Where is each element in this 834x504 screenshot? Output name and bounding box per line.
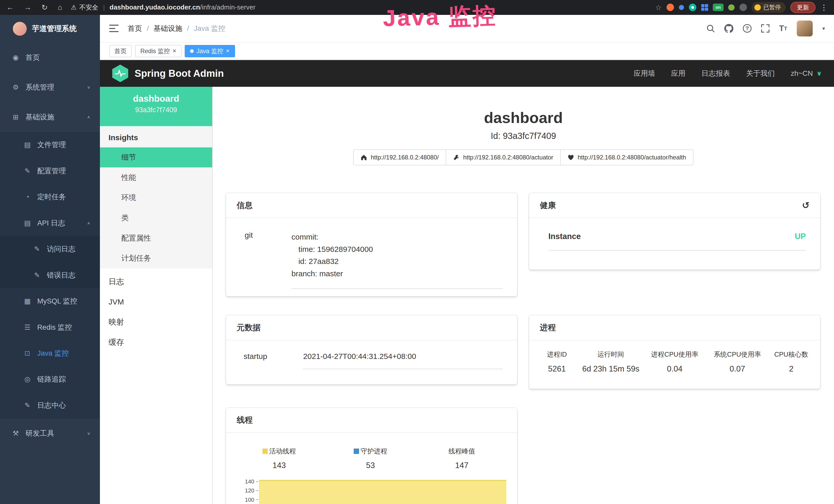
user-avatar[interactable] [797, 21, 813, 37]
close-icon[interactable]: × [173, 48, 176, 54]
sba-nav-applications[interactable]: 应用 [671, 69, 685, 78]
extension-icon-on-badge[interactable]: on [713, 4, 723, 11]
close-icon[interactable]: × [226, 48, 230, 54]
process-card-header: 进程 [529, 315, 820, 340]
file-icon: ▤ [23, 141, 31, 149]
annotation-text: Java 监控 [382, 0, 497, 34]
locale-selector[interactable]: zh~CN ∨ [791, 69, 822, 77]
extension-icon-dark[interactable] [740, 4, 747, 11]
menu-item-classes[interactable]: 类 [100, 208, 212, 228]
paused-badge[interactable]: 已暂停 [751, 2, 786, 13]
breadcrumb-home[interactable]: 首页 [128, 24, 142, 33]
sidebar-item-error-logs[interactable]: ✎ 错误日志 [0, 262, 100, 288]
chevron-up-icon: ∧ [87, 115, 90, 119]
sba-nav-journal[interactable]: 日志报表 [701, 69, 730, 78]
app-logo[interactable]: 芋道管理系统 [0, 15, 100, 43]
help-icon[interactable]: ? [743, 24, 751, 32]
sidebar-item-redis-monitor[interactable]: ☰ Redis 监控 [0, 314, 100, 340]
extension-icon-blue-drop[interactable] [679, 5, 684, 10]
instance-details: dashboard Id: 93a3fc7f7409 http://192.16… [213, 87, 834, 504]
extension-icon-green[interactable] [728, 4, 734, 11]
tab-redis-monitor[interactable]: Redis 监控 × [135, 45, 182, 57]
health-row[interactable]: Instance UP [548, 232, 806, 251]
app: 芋道管理系统 ◉ 首页 ⚙ 系统管理 ∨ ⊞ 基础设施 ∧ ▤ 文件管理 ✎ [0, 15, 834, 504]
sidebar-item-file-management[interactable]: ▤ 文件管理 [0, 132, 100, 158]
tab-java-monitor[interactable]: Java 监控 × [185, 45, 235, 57]
wrench-icon [453, 154, 460, 161]
sidebar-item-infrastructure[interactable]: ⊞ 基础设施 ∧ [0, 102, 100, 132]
sidebar-item-access-logs[interactable]: ✎ 访问日志 [0, 236, 100, 262]
insights-label[interactable]: Insights [100, 128, 212, 147]
browser-home-icon[interactable]: ⌂ [58, 3, 62, 12]
reload-icon[interactable]: ↻ [42, 3, 48, 12]
sidebar-item-scheduled-tasks[interactable]: ◔ 定时任务 [0, 184, 100, 210]
fullscreen-icon[interactable] [761, 24, 770, 32]
sidebar-item-config-management[interactable]: ✎ 配置管理 [0, 158, 100, 184]
bookmark-star-icon[interactable]: ☆ [655, 3, 662, 12]
menu-item-metrics[interactable]: 性能 [100, 167, 212, 188]
menu-item-config-props[interactable]: 配置属性 [100, 228, 212, 248]
tab-home[interactable]: 首页 [109, 45, 132, 57]
actuator-url-button[interactable]: http://192.168.0.2:48080/actuator [446, 150, 561, 165]
update-button[interactable]: 更新 [790, 2, 815, 13]
sidebar-item-trace[interactable]: ◎ 链路追踪 [0, 366, 100, 392]
tags-bar: 首页 Redis 监控 × Java 监控 × [100, 43, 834, 60]
health-url-button[interactable]: http://192.168.0.2:48080/actuator/health [560, 150, 694, 165]
tab-label: Java 监控 [197, 47, 223, 55]
threads-card: 线程 活动线程 守护进程 [226, 408, 517, 504]
search-icon[interactable] [706, 24, 715, 32]
sidebar-item-dev-tools[interactable]: ⚒ 研发工具 ∨ [0, 418, 100, 448]
sba-nav-wallboard[interactable]: 应用墙 [634, 69, 655, 78]
metadata-key: startup [243, 352, 303, 369]
sidebar-item-log-center[interactable]: ✎ 日志中心 [0, 392, 100, 418]
process-col-cpus: CPU核心数 2 [769, 350, 814, 373]
extension-icon-teal[interactable] [689, 4, 696, 11]
menu-item-jvm[interactable]: JVM [100, 292, 212, 312]
font-size-icon[interactable]: TT [779, 24, 787, 33]
sidebar-item-label: 访问日志 [47, 244, 75, 254]
back-icon[interactable]: ← [6, 3, 14, 12]
breadcrumb-infrastructure[interactable]: 基础设施 [154, 24, 182, 33]
daemon-threads-value: 53 [325, 461, 416, 470]
extension-icon-grid[interactable] [701, 4, 708, 11]
sidebar-item-system[interactable]: ⚙ 系统管理 ∨ [0, 72, 100, 102]
process-card-title: 进程 [540, 322, 556, 333]
screen: ← → ↻ ⌂ ⚠ 不安全 | dashboard.yudao.iocoder.… [0, 0, 834, 504]
process-col-pid: 进程ID 5261 [535, 350, 578, 373]
instance-header[interactable]: dashboard 93a3fc7f7409 [100, 87, 212, 126]
sidebar-item-mysql-monitor[interactable]: ▦ MySQL 监控 [0, 288, 100, 314]
security-chip[interactable]: ⚠ 不安全 [71, 3, 98, 12]
process-card-body: 进程ID 5261 运行时间 6d 23h 15m 59s 进程CPU使用率 [529, 340, 820, 385]
sba-nav-about[interactable]: 关于我们 [746, 69, 775, 78]
menu-item-caches[interactable]: 缓存 [100, 332, 212, 352]
menu-item-details[interactable]: 细节 [100, 147, 212, 168]
menu-item-logs[interactable]: 日志 [100, 272, 212, 292]
url-domain: dashboard.yudao.iocoder.cn [110, 4, 200, 11]
sidebar-item-java-monitor[interactable]: ⊡ Java 监控 [0, 340, 100, 366]
chevron-down-icon[interactable]: ▾ [822, 25, 825, 31]
sba-logo-icon[interactable] [112, 65, 128, 82]
github-icon[interactable] [724, 24, 733, 33]
sba-brand[interactable]: Spring Boot Admin [135, 68, 224, 79]
threads-legend-values: 143 53 147 [234, 461, 507, 470]
browser-menu-icon[interactable]: ⋮ [820, 3, 828, 12]
extension-icon-orange[interactable] [666, 4, 674, 11]
menu-item-environment[interactable]: 环境 [100, 188, 212, 208]
column-value: 2 [769, 364, 814, 373]
threads-chart: 140 120 100 [234, 477, 507, 504]
breadcrumb-current: Java 监控 [194, 24, 225, 33]
legend-daemon-threads: 守护进程 [325, 447, 416, 456]
hamburger-icon[interactable] [109, 25, 119, 32]
tab-label: Redis 监控 [140, 47, 170, 55]
address-bar[interactable]: dashboard.yudao.iocoder.cn/infra/admin-s… [110, 4, 649, 11]
service-url-button[interactable]: http://192.168.0.2:48080/ [353, 150, 446, 165]
menu-item-scheduled-tasks[interactable]: 计划任务 [100, 248, 212, 269]
sidebar-item-api-logs[interactable]: ▤ API 日志 ∧ [0, 210, 100, 236]
sidebar-item-home[interactable]: ◉ 首页 [0, 43, 100, 72]
insights-group: Insights 细节 性能 环境 类 配置属性 计划任务 [100, 126, 212, 269]
menu-item-mappings[interactable]: 映射 [100, 312, 212, 332]
history-icon[interactable]: ↺ [802, 200, 809, 210]
forward-icon[interactable]: → [24, 3, 31, 12]
instance-name: dashboard [100, 93, 212, 104]
instance-links: http://192.168.0.2:48080/ http://192.168… [213, 150, 834, 165]
